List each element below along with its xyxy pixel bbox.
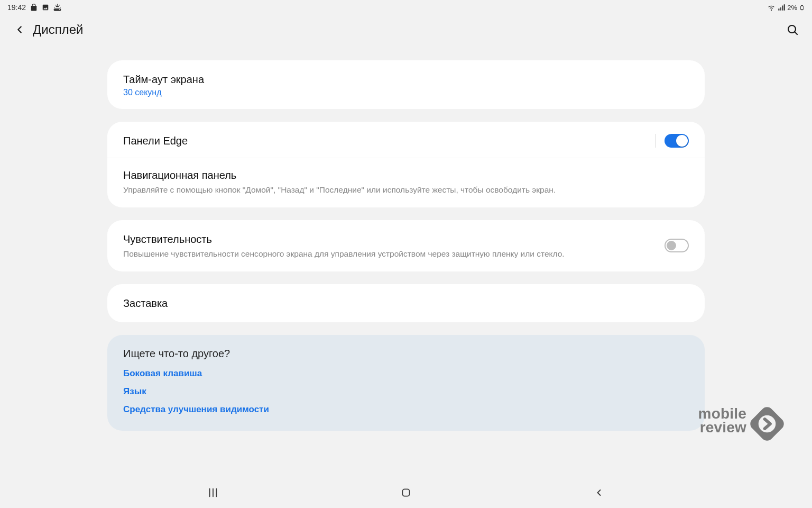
svg-rect-10 <box>402 489 409 496</box>
card-screensaver: Заставка <box>107 284 705 322</box>
toggle-touch-sensitivity[interactable] <box>665 239 689 252</box>
value-screen-timeout: 30 секунд <box>123 88 689 97</box>
card-screen-timeout: Тайм-аут экрана 30 секунд <box>107 60 705 109</box>
shopping-bag-icon <box>30 4 38 11</box>
svg-rect-2 <box>801 9 802 10</box>
divider <box>656 134 656 148</box>
nav-recents-button[interactable] <box>202 482 224 503</box>
watermark-text: mobile review <box>698 407 746 435</box>
svg-line-4 <box>795 32 797 34</box>
card-edge-nav: Панели Edge Навигационная панель Управля… <box>107 122 705 207</box>
weather-icon <box>53 4 61 11</box>
row-screensaver[interactable]: Заставка <box>107 286 705 320</box>
desc-touch-sensitivity: Повышение чувствительности сенсорного эк… <box>123 249 665 260</box>
label-looking-for: Ищете что-то другое? <box>123 348 689 360</box>
search-button[interactable] <box>783 23 801 36</box>
label-navigation-bar: Навигационная панель <box>123 168 689 183</box>
status-bar: 19:42 2% <box>0 0 812 15</box>
battery-icon <box>799 4 805 12</box>
watermark-line2: review <box>698 421 746 435</box>
label-touch-sensitivity: Чувствительность <box>123 232 665 247</box>
wifi-icon <box>767 4 776 11</box>
label-screensaver: Заставка <box>123 296 689 311</box>
signal-icon <box>778 4 785 11</box>
status-time: 19:42 <box>7 3 26 12</box>
svg-rect-1 <box>801 5 803 5</box>
system-nav-bar <box>0 477 812 508</box>
nav-home-button[interactable] <box>395 482 417 503</box>
row-edge-panels[interactable]: Панели Edge <box>107 124 705 158</box>
nav-back-button[interactable] <box>588 482 610 503</box>
link-visibility[interactable]: Средства улучшения видимости <box>123 404 689 415</box>
watermark-badge-icon <box>748 404 787 443</box>
row-screen-timeout[interactable]: Тайм-аут экрана 30 секунд <box>107 62 705 107</box>
picture-icon <box>42 4 49 11</box>
desc-navigation-bar: Управляйте с помощью кнопок "Домой", "На… <box>123 185 689 196</box>
card-touch-sensitivity: Чувствительность Повышение чувствительно… <box>107 220 705 271</box>
link-side-key[interactable]: Боковая клавиша <box>123 368 689 379</box>
settings-list: Тайм-аут экрана 30 секунд Панели Edge На… <box>107 60 705 431</box>
link-language[interactable]: Язык <box>123 386 689 397</box>
battery-percent: 2% <box>787 4 797 12</box>
label-edge-panels: Панели Edge <box>123 133 656 148</box>
app-bar: Дисплей <box>0 15 812 44</box>
svg-point-6 <box>759 415 776 433</box>
card-looking-for: Ищете что-то другое? Боковая клавиша Язы… <box>107 335 705 431</box>
row-touch-sensitivity[interactable]: Чувствительность Повышение чувствительно… <box>107 222 705 269</box>
label-screen-timeout: Тайм-аут экрана <box>123 72 689 87</box>
back-button[interactable] <box>11 24 29 35</box>
row-navigation-bar[interactable]: Навигационная панель Управляйте с помощь… <box>107 158 705 205</box>
toggle-edge-panels[interactable] <box>665 134 689 148</box>
page-title: Дисплей <box>33 22 83 37</box>
